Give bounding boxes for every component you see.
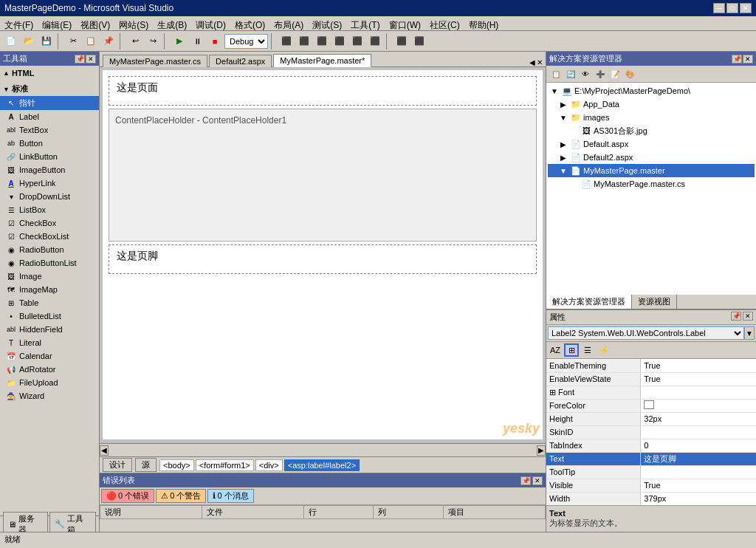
tree-masterpage[interactable]: ▼ 📄 MyMasterPage.master [548,164,755,177]
toolbar-btn6[interactable]: ⬛ [367,33,383,49]
prop-row-height[interactable]: Height 32px [546,412,756,425]
menu-file[interactable]: 文件(F) [0,18,38,29]
tree-as301[interactable]: 🖼 AS301合影.jpg [548,124,755,137]
menu-website[interactable]: 网站(S) [114,18,153,29]
error-messages-btn[interactable]: ℹ 0 个消息 [207,489,253,503]
hscroll-right-btn[interactable]: ▶ [537,445,546,456]
se-pin-btn[interactable]: 📌 [732,55,742,64]
toolbox-item-literal[interactable]: T Literal [0,336,99,349]
masterpage-expand[interactable]: ▼ [558,165,568,176]
toolbar-btn5[interactable]: ⬛ [349,33,365,49]
error-close-btn[interactable]: ✕ [532,476,543,485]
error-warnings-btn[interactable]: ⚠ 0 个警告 [156,489,206,503]
tree-default-aspx[interactable]: ▶ 📄 Default.aspx [548,137,755,151]
menu-layout[interactable]: 布局(A) [269,18,308,29]
props-properties-btn[interactable]: ☰ [580,343,595,357]
new-project-button[interactable]: 📄 [3,33,19,49]
toolbox-item-imagemap[interactable]: 🗺 ImageMap [0,283,99,296]
toolbar-btn2[interactable]: ⬛ [296,33,312,49]
toolbox-item-pointer[interactable]: ↖ 指针 [0,96,99,110]
appdata-expand[interactable]: ▶ [558,99,568,109]
tab-collapse-btn[interactable]: ◀ [529,58,535,66]
prop-row-text[interactable]: Text 这是页脚 [546,452,756,465]
props-events-btn[interactable]: ⚡ [597,343,611,357]
se-close-btn[interactable]: ✕ [743,55,753,64]
toolbox-item-checkbox[interactable]: ☑ CheckBox [0,216,99,230]
standard-section-header[interactable]: ▼ 标准 [0,82,99,96]
toolbox-item-radiobuttonlist[interactable]: ◉ RadioButtonList [0,256,99,270]
prop-row-skinid[interactable]: SkinID [546,425,756,439]
toolbar-btn7[interactable]: ⬛ [394,33,410,49]
prop-value[interactable]: 379px [641,492,756,505]
toolbox-item-textbox[interactable]: abl TextBox [0,123,99,137]
toolbox-item-hyperlink[interactable]: A HyperLink [0,177,99,190]
toolbox-item-dropdownlist[interactable]: ▾ DropDownList [0,190,99,203]
prop-row-tooltip[interactable]: ToolTip [546,465,756,479]
prop-value[interactable] [641,425,756,439]
menu-tools[interactable]: 工具(T) [346,18,384,29]
close-button[interactable]: ✕ [740,3,752,13]
breadcrumb-body[interactable]: <body> [159,459,194,471]
toolbox-pin-btn[interactable]: 📌 [75,55,85,64]
props-pin-btn[interactable]: 📌 [731,312,741,321]
design-canvas[interactable]: 这是页面 ContentPlaceHolder - ContentPlaceHo… [100,67,546,443]
open-button[interactable]: 📂 [21,33,37,49]
prop-row-forecolor[interactable]: ForeColor [546,399,756,412]
menu-view[interactable]: 视图(V) [76,18,114,29]
prop-value[interactable] [641,465,756,479]
start-button[interactable]: ▶ [171,33,188,49]
se-refresh-btn[interactable]: 🔄 [564,67,577,81]
tree-app-data[interactable]: ▶ 📁 App_Data [548,97,755,111]
copy-button[interactable]: 📋 [83,33,99,49]
debug-mode-select[interactable]: Debug [224,34,268,49]
toolbox-item-button[interactable]: ab Button [0,137,99,150]
props-alphabetic-btn[interactable]: AZ [548,343,563,357]
toolbox-item-listbox[interactable]: ☰ ListBox [0,203,99,216]
prop-value[interactable]: 这是页脚 [641,452,756,465]
design-tab-btn[interactable]: 设计 [103,458,132,472]
html-section-header[interactable]: ▲ HTML [0,67,99,79]
toolbox-item-bulletedlist[interactable]: • BulletedList [0,309,99,323]
toolbox-item-calendar[interactable]: 📅 Calendar [0,349,99,363]
stop-button[interactable]: ■ [207,33,223,49]
toolbar-btn1[interactable]: ⬛ [278,33,295,49]
images-expand[interactable]: ▼ [558,112,568,123]
toolbox-item-fileupload[interactable]: 📁 FileUpload [0,376,99,389]
menu-window[interactable]: 窗口(W) [385,18,425,29]
default2-expand[interactable]: ▶ [558,152,568,162]
breadcrumb-label[interactable]: <asp:label#label2> [284,459,360,471]
menu-build[interactable]: 生成(B) [153,18,191,29]
prop-row-width[interactable]: Width 379px [546,492,756,505]
cut-button[interactable]: ✂ [65,33,81,49]
props-object-select[interactable]: Label2 System.Web.UI.WebControls.Label [548,326,744,340]
tab-masterpage-cs[interactable]: MyMasterPage.master.cs [103,55,207,67]
maximize-button[interactable]: □ [726,3,738,13]
se-showallfiles-btn[interactable]: 👁 [579,67,592,81]
pause-button[interactable]: ⏸ [189,33,205,49]
toolbox-item-linkbutton[interactable]: 🔗 LinkButton [0,150,99,163]
se-viewcode-btn[interactable]: 📝 [608,67,622,81]
toolbox-item-hiddenfield[interactable]: abl HiddenField [0,323,99,336]
toolbar-btn3[interactable]: ⬛ [314,33,330,49]
toolbar-btn8[interactable]: ⬛ [411,33,427,49]
paste-button[interactable]: 📌 [100,33,117,49]
undo-button[interactable]: ↩ [127,33,143,49]
prop-value[interactable] [641,386,756,399]
menu-community[interactable]: 社区(C) [425,18,464,29]
prop-row-tabindex[interactable]: TabIndex 0 [546,439,756,452]
server-tab-btn[interactable]: 🖥 服务器 [3,512,48,532]
toolbox-item-wizard[interactable]: 🧙 Wizard [0,389,99,403]
toolbox-close-btn[interactable]: ✕ [86,55,96,64]
rb-tab-se[interactable]: 解决方案资源管理器 [546,295,632,309]
menu-test[interactable]: 测试(S) [308,18,346,29]
se-addfile-btn[interactable]: ➕ [594,67,607,81]
toolbar-btn4[interactable]: ⬛ [331,33,348,49]
tab-close-all-btn[interactable]: ✕ [537,58,543,66]
prop-row-font[interactable]: ⊞Font [546,386,756,399]
hscroll[interactable]: ◀ ▶ [100,443,546,456]
toolbox-item-adrotator[interactable]: 📢 AdRotator [0,363,99,376]
prop-value[interactable]: True [641,359,756,372]
toolbox-item-table[interactable]: ⊞ Table [0,296,99,309]
tree-masterpage-cs[interactable]: 📄 MyMasterPage.master.cs [548,177,755,191]
default-expand[interactable]: ▶ [558,139,568,149]
